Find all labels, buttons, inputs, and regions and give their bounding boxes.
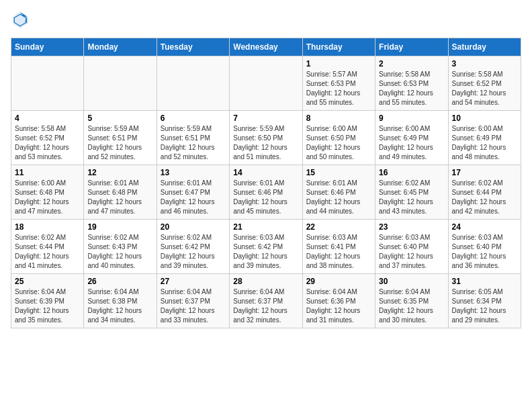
day-info: Sunrise: 6:04 AM Sunset: 6:37 PM Dayligh… <box>161 287 226 325</box>
day-number: 17 <box>452 168 517 177</box>
day-header-sunday: Sunday <box>11 38 84 56</box>
day-info: Sunrise: 6:04 AM Sunset: 6:39 PM Dayligh… <box>15 287 80 325</box>
day-header-thursday: Thursday <box>302 38 375 56</box>
calendar-cell: 16Sunrise: 6:02 AM Sunset: 6:45 PM Dayli… <box>375 165 448 220</box>
day-number: 16 <box>379 168 444 177</box>
day-number: 26 <box>87 277 152 286</box>
day-info: Sunrise: 5:58 AM Sunset: 6:53 PM Dayligh… <box>379 70 444 107</box>
day-number: 14 <box>233 168 298 177</box>
day-number: 11 <box>15 168 80 177</box>
day-number: 18 <box>15 222 80 232</box>
calendar-week-row: 18Sunrise: 6:02 AM Sunset: 6:44 PM Dayli… <box>11 220 521 274</box>
calendar-week-row: 11Sunrise: 6:00 AM Sunset: 6:48 PM Dayli… <box>11 165 521 220</box>
day-number: 30 <box>379 277 444 286</box>
day-number: 3 <box>452 59 517 68</box>
day-info: Sunrise: 6:03 AM Sunset: 6:41 PM Dayligh… <box>306 233 371 271</box>
calendar-week-row: 4Sunrise: 5:58 AM Sunset: 6:52 PM Daylig… <box>11 111 521 165</box>
calendar-cell: 2Sunrise: 5:58 AM Sunset: 6:53 PM Daylig… <box>375 56 448 111</box>
calendar-cell: 14Sunrise: 6:01 AM Sunset: 6:46 PM Dayli… <box>230 165 302 220</box>
day-info: Sunrise: 6:00 AM Sunset: 6:50 PM Dayligh… <box>306 124 371 162</box>
calendar-cell: 26Sunrise: 6:04 AM Sunset: 6:38 PM Dayli… <box>84 274 157 328</box>
calendar-cell: 24Sunrise: 6:03 AM Sunset: 6:40 PM Dayli… <box>448 220 521 274</box>
day-number: 7 <box>233 113 298 123</box>
calendar-cell: 5Sunrise: 5:59 AM Sunset: 6:51 PM Daylig… <box>84 111 157 165</box>
day-info: Sunrise: 6:04 AM Sunset: 6:35 PM Dayligh… <box>379 287 444 325</box>
calendar-cell: 30Sunrise: 6:04 AM Sunset: 6:35 PM Dayli… <box>375 274 448 328</box>
day-info: Sunrise: 6:02 AM Sunset: 6:44 PM Dayligh… <box>452 179 517 216</box>
calendar-cell: 28Sunrise: 6:04 AM Sunset: 6:37 PM Dayli… <box>230 274 302 328</box>
day-header-wednesday: Wednesday <box>230 38 302 56</box>
day-info: Sunrise: 6:01 AM Sunset: 6:48 PM Dayligh… <box>87 179 152 216</box>
calendar-cell: 1Sunrise: 5:57 AM Sunset: 6:53 PM Daylig… <box>302 56 375 111</box>
calendar-cell: 6Sunrise: 5:59 AM Sunset: 6:51 PM Daylig… <box>157 111 229 165</box>
day-info: Sunrise: 6:01 AM Sunset: 6:46 PM Dayligh… <box>233 179 298 216</box>
calendar-cell: 25Sunrise: 6:04 AM Sunset: 6:39 PM Dayli… <box>11 274 84 328</box>
calendar-header-row: SundayMondayTuesdayWednesdayThursdayFrid… <box>11 38 521 56</box>
day-info: Sunrise: 6:04 AM Sunset: 6:37 PM Dayligh… <box>233 287 298 325</box>
calendar-cell: 20Sunrise: 6:02 AM Sunset: 6:42 PM Dayli… <box>157 220 229 274</box>
calendar-cell: 17Sunrise: 6:02 AM Sunset: 6:44 PM Dayli… <box>448 165 521 220</box>
page-header <box>11 11 521 30</box>
logo <box>11 11 32 30</box>
day-info: Sunrise: 5:57 AM Sunset: 6:53 PM Dayligh… <box>306 70 371 107</box>
day-info: Sunrise: 6:03 AM Sunset: 6:40 PM Dayligh… <box>452 233 517 271</box>
day-info: Sunrise: 6:05 AM Sunset: 6:34 PM Dayligh… <box>452 287 517 325</box>
calendar-cell: 18Sunrise: 6:02 AM Sunset: 6:44 PM Dayli… <box>11 220 84 274</box>
day-header-saturday: Saturday <box>448 38 521 56</box>
day-number: 9 <box>379 113 444 123</box>
calendar-week-row: 1Sunrise: 5:57 AM Sunset: 6:53 PM Daylig… <box>11 56 521 111</box>
day-info: Sunrise: 6:00 AM Sunset: 6:48 PM Dayligh… <box>15 179 80 216</box>
calendar-cell <box>11 56 84 111</box>
calendar-cell: 4Sunrise: 5:58 AM Sunset: 6:52 PM Daylig… <box>11 111 84 165</box>
day-number: 1 <box>306 59 371 68</box>
day-info: Sunrise: 5:59 AM Sunset: 6:51 PM Dayligh… <box>161 124 226 162</box>
day-info: Sunrise: 5:59 AM Sunset: 6:50 PM Dayligh… <box>233 124 298 162</box>
day-header-monday: Monday <box>84 38 157 56</box>
day-number: 19 <box>87 222 152 232</box>
day-info: Sunrise: 6:00 AM Sunset: 6:49 PM Dayligh… <box>379 124 444 162</box>
day-info: Sunrise: 6:00 AM Sunset: 6:49 PM Dayligh… <box>452 124 517 162</box>
day-number: 29 <box>306 277 371 286</box>
calendar-cell: 9Sunrise: 6:00 AM Sunset: 6:49 PM Daylig… <box>375 111 448 165</box>
day-info: Sunrise: 6:01 AM Sunset: 6:46 PM Dayligh… <box>306 179 371 216</box>
calendar-cell: 13Sunrise: 6:01 AM Sunset: 6:47 PM Dayli… <box>157 165 229 220</box>
day-info: Sunrise: 5:58 AM Sunset: 6:52 PM Dayligh… <box>452 70 517 107</box>
day-info: Sunrise: 6:02 AM Sunset: 6:42 PM Dayligh… <box>161 233 226 271</box>
day-number: 27 <box>161 277 226 286</box>
day-info: Sunrise: 6:03 AM Sunset: 6:40 PM Dayligh… <box>379 233 444 271</box>
day-number: 25 <box>15 277 80 286</box>
day-number: 23 <box>379 222 444 232</box>
calendar-cell: 23Sunrise: 6:03 AM Sunset: 6:40 PM Dayli… <box>375 220 448 274</box>
day-number: 31 <box>452 277 517 286</box>
day-number: 15 <box>306 168 371 177</box>
calendar-cell: 22Sunrise: 6:03 AM Sunset: 6:41 PM Dayli… <box>302 220 375 274</box>
calendar-cell: 7Sunrise: 5:59 AM Sunset: 6:50 PM Daylig… <box>230 111 302 165</box>
calendar-cell: 15Sunrise: 6:01 AM Sunset: 6:46 PM Dayli… <box>302 165 375 220</box>
calendar-cell: 27Sunrise: 6:04 AM Sunset: 6:37 PM Dayli… <box>157 274 229 328</box>
day-info: Sunrise: 6:02 AM Sunset: 6:44 PM Dayligh… <box>15 233 80 271</box>
day-number: 20 <box>161 222 226 232</box>
day-number: 28 <box>233 277 298 286</box>
day-number: 21 <box>233 222 298 232</box>
calendar-cell: 10Sunrise: 6:00 AM Sunset: 6:49 PM Dayli… <box>448 111 521 165</box>
calendar-cell: 8Sunrise: 6:00 AM Sunset: 6:50 PM Daylig… <box>302 111 375 165</box>
calendar-cell <box>84 56 157 111</box>
day-header-friday: Friday <box>375 38 448 56</box>
day-number: 8 <box>306 113 371 123</box>
calendar-cell: 19Sunrise: 6:02 AM Sunset: 6:43 PM Dayli… <box>84 220 157 274</box>
day-info: Sunrise: 6:02 AM Sunset: 6:43 PM Dayligh… <box>87 233 152 271</box>
day-info: Sunrise: 6:02 AM Sunset: 6:45 PM Dayligh… <box>379 179 444 216</box>
day-number: 5 <box>87 113 152 123</box>
day-number: 2 <box>379 59 444 68</box>
calendar-table: SundayMondayTuesdayWednesdayThursdayFrid… <box>11 38 521 328</box>
calendar-cell: 21Sunrise: 6:03 AM Sunset: 6:42 PM Dayli… <box>230 220 302 274</box>
day-info: Sunrise: 6:01 AM Sunset: 6:47 PM Dayligh… <box>161 179 226 216</box>
calendar-cell <box>230 56 302 111</box>
calendar-cell: 3Sunrise: 5:58 AM Sunset: 6:52 PM Daylig… <box>448 56 521 111</box>
logo-icon <box>11 11 30 30</box>
calendar-cell: 11Sunrise: 6:00 AM Sunset: 6:48 PM Dayli… <box>11 165 84 220</box>
calendar-cell: 12Sunrise: 6:01 AM Sunset: 6:48 PM Dayli… <box>84 165 157 220</box>
day-number: 24 <box>452 222 517 232</box>
day-number: 12 <box>87 168 152 177</box>
calendar-cell: 29Sunrise: 6:04 AM Sunset: 6:36 PM Dayli… <box>302 274 375 328</box>
